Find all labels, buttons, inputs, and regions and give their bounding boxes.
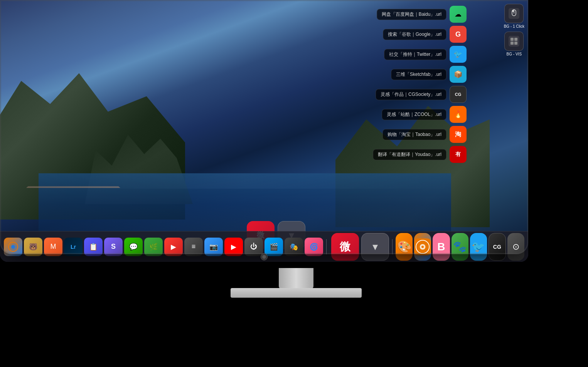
menu-icon-google: G: [450, 26, 467, 43]
dock-large-circle[interactable]: ⊙: [507, 233, 524, 261]
dock-icon-vidrio[interactable]: 🎭: [285, 238, 303, 256]
desktop-wallpaper: BG - 1 Click BG - VIS: [0, 0, 528, 250]
svg-point-14: [421, 245, 424, 248]
menu-item-google[interactable]: 搜索「谷歌｜Google」.url G: [383, 26, 467, 43]
menu-item-taobao[interactable]: 购物「淘宝｜Taobao」.url 淘: [382, 126, 467, 143]
dock-icon-green[interactable]: 🌿: [144, 238, 163, 256]
dock-icon-swish[interactable]: S: [104, 238, 123, 256]
menu-icon-taobao: 淘: [450, 126, 467, 143]
menu-label-google: 搜索「谷歌｜Google」.url: [383, 29, 446, 40]
menu-item-zcool[interactable]: 灵感「站酷｜ZCOOL」.url 🔥: [382, 106, 467, 123]
bg-vis-item[interactable]: BG - VIS: [504, 32, 524, 56]
menu-label-sketchfab: 三维「Sketchfab」.url: [391, 69, 446, 80]
dock-icon-wechat[interactable]: 💬: [124, 238, 143, 256]
dock-large-cg[interactable]: CG: [489, 233, 506, 261]
menu-item-baidu[interactable]: 网盘「百度网盘｜Baidu」.url ☁: [377, 6, 467, 23]
menu-label-baidu: 网盘「百度网盘｜Baidu」.url: [377, 9, 446, 20]
stand-base: [231, 288, 362, 298]
dock-icon-blender[interactable]: [4, 238, 22, 256]
bg-1click-label: BG - 1 Click: [504, 24, 524, 28]
bg-1click-item[interactable]: BG - 1 Click: [504, 4, 524, 28]
dock-large-paw[interactable]: 🐾: [452, 233, 468, 261]
menu-item-sketchfab[interactable]: 三维「Sketchfab」.url 📦: [391, 66, 467, 83]
dock-icon-clipboard[interactable]: 📋: [84, 238, 103, 256]
svg-rect-5: [510, 38, 514, 41]
dock-large-twitter[interactable]: 🐦: [470, 233, 487, 261]
expanded-dock-section: 微 ▾: [331, 233, 389, 261]
dock-icon-youtube[interactable]: ▶: [224, 238, 243, 256]
dock-large-blender[interactable]: [414, 233, 431, 261]
bg-vis-label: BG - VIS: [507, 52, 522, 56]
imac-stand-container: [32, 268, 560, 298]
menu-item-twitter[interactable]: 社交「推特｜Twitter」.url 🐦: [384, 46, 467, 63]
dock-icon-tasklist[interactable]: ≡: [184, 238, 203, 256]
dock-icon-pinwheel[interactable]: 🌀: [305, 238, 323, 256]
imac-screen: BG - 1 Click BG - VIS: [0, 0, 528, 262]
menu-label-zcool: 灵感「站酷｜ZCOOL」.url: [382, 109, 446, 120]
dock-icon-mango[interactable]: M: [44, 238, 62, 256]
menu-label-youdao: 翻译「有道翻译｜Youdao」.url: [373, 149, 446, 160]
svg-rect-6: [514, 38, 517, 41]
stand-neck: [279, 268, 313, 289]
bg-vis-icon: [504, 32, 524, 51]
menu-icon-sketchfab: 📦: [450, 66, 467, 83]
dock-icon-lightroom[interactable]: Lr: [64, 238, 83, 256]
menu-label-twitter: 社交「推特｜Twitter」.url: [384, 49, 446, 60]
svg-rect-7: [510, 42, 514, 45]
svg-rect-3: [512, 10, 514, 12]
menu-label-cgsociety: 灵感「作品｜CGSociety」.url: [376, 89, 446, 100]
bg-panel: BG - 1 Click BG - VIS: [504, 4, 524, 56]
svg-point-10: [11, 245, 15, 249]
dock-icon-bear[interactable]: 🐻: [24, 238, 42, 256]
menu-icon-twitter: 🐦: [450, 46, 467, 63]
dock-icon-claquette[interactable]: 🎬: [265, 238, 283, 256]
menu-icon-youdao: 有: [450, 146, 467, 163]
bg-1click-icon: [504, 4, 524, 23]
dock-icon-infuse[interactable]: ▶: [164, 238, 183, 256]
svg-rect-4: [509, 36, 519, 47]
road: [26, 186, 120, 188]
webcam: [261, 253, 268, 260]
menu-icon-baidu: ☁: [450, 6, 467, 23]
floating-menu: 网盘「百度网盘｜Baidu」.url ☁ 搜索「谷歌｜Google」.url G…: [373, 6, 467, 163]
menu-label-taobao: 购物「淘宝｜Taobao」.url: [382, 129, 446, 140]
dock-icon-screenium[interactable]: 📷: [204, 238, 223, 256]
menu-item-cgsociety[interactable]: 灵感「作品｜CGSociety」.url CG: [376, 86, 467, 103]
dock-large-painter[interactable]: 🎨: [396, 233, 413, 261]
dock-divider: [326, 239, 327, 255]
menu-icon-cgsociety: CG: [450, 86, 467, 103]
svg-rect-8: [514, 42, 517, 45]
dock-icon-power[interactable]: ⏻: [244, 238, 263, 256]
scroll-icon: ▾: [372, 240, 378, 253]
dock-large-weibo[interactable]: 微: [331, 233, 359, 261]
menu-item-youdao[interactable]: 翻译「有道翻译｜Youdao」.url 有: [373, 146, 467, 163]
menu-icon-zcool: 🔥: [450, 106, 467, 123]
dock-divider-2: [392, 239, 393, 255]
dock-scroll-button[interactable]: ▾: [361, 233, 389, 261]
dock-large-bilibili[interactable]: B: [433, 233, 450, 261]
